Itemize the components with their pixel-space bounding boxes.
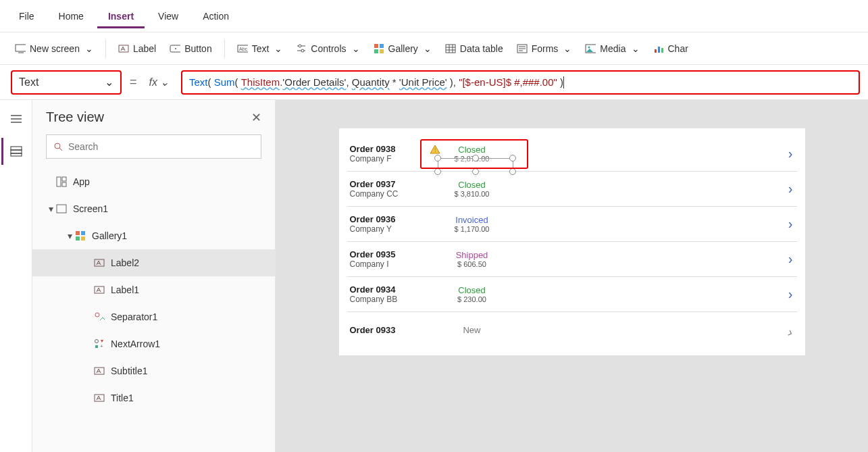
order-status: Closed <box>428 285 516 295</box>
media-button[interactable]: Media ⌄ <box>578 39 646 58</box>
tree-header: Tree view ✕ <box>32 100 275 134</box>
svg-point-8 <box>299 45 301 47</box>
app-icon <box>55 176 68 188</box>
label-icon <box>93 257 105 269</box>
svg-rect-28 <box>661 48 663 53</box>
svg-point-10 <box>301 49 304 52</box>
tab-view[interactable]: View <box>147 4 189 28</box>
svg-rect-49 <box>95 345 98 348</box>
label-button[interactable]: Label <box>111 39 163 58</box>
svg-point-48 <box>95 340 99 343</box>
gallery-row[interactable]: Order 0938Company FClosed$ 2,870.00!› <box>347 136 797 172</box>
svg-point-25 <box>588 46 590 48</box>
toolbar: New screen ⌄ Label Button Abc Text ⌄ Con… <box>0 32 868 65</box>
fx-dropdown[interactable]: fx ⌄ <box>145 73 173 91</box>
property-value: Text <box>19 76 39 89</box>
canvas[interactable]: Order 0938Company FClosed$ 2,870.00!›Ord… <box>276 100 868 452</box>
svg-rect-34 <box>11 153 22 156</box>
left-rail <box>0 100 32 452</box>
svg-rect-13 <box>374 49 378 53</box>
next-arrow-icon[interactable]: › <box>768 318 798 341</box>
property-dropdown[interactable]: Text ⌄ <box>11 70 122 95</box>
table-icon <box>445 43 456 54</box>
forms-icon <box>517 43 528 54</box>
next-arrow-icon[interactable]: › <box>770 216 797 232</box>
charts-label: Char <box>668 43 688 54</box>
chevron-down-icon: ⌄ <box>424 43 432 54</box>
tab-file[interactable]: File <box>8 4 45 28</box>
tree-node-title1[interactable]: Title1 <box>32 384 275 411</box>
svg-line-36 <box>59 148 62 151</box>
svg-rect-14 <box>380 49 384 53</box>
tree-node-label: Subtitle1 <box>111 366 147 376</box>
chevron-down-icon: ⌄ <box>160 76 169 89</box>
screen-icon <box>55 203 68 215</box>
separator <box>105 39 106 58</box>
order-title: Order 0937 <box>350 179 428 189</box>
new-screen-button[interactable]: New screen ⌄ <box>8 39 100 58</box>
tree-node-screen1[interactable]: ▾Screen1 <box>32 195 275 222</box>
svg-rect-0 <box>16 45 26 51</box>
next-arrow-icon[interactable]: › <box>770 286 797 302</box>
label-icon <box>118 43 129 54</box>
button-label: Button <box>184 43 211 54</box>
svg-rect-33 <box>11 150 22 153</box>
tree-node-nextarrow1[interactable]: +NextArrow1 <box>32 330 275 357</box>
chevron-down-icon: ⌄ <box>274 43 282 54</box>
text-button[interactable]: Abc Text ⌄ <box>230 39 290 58</box>
controls-button[interactable]: Controls ⌄ <box>289 39 366 58</box>
order-title: Order 0933 <box>350 325 428 335</box>
formula-input[interactable]: Text( Sum( ThisItem.'Order Details', Qua… <box>181 70 860 95</box>
tree-node-gallery1[interactable]: ▾Gallery1 <box>32 222 275 249</box>
gallery-row[interactable]: Order 0934Company BBClosed$ 230.00› <box>347 277 797 312</box>
search-box[interactable] <box>46 134 261 159</box>
next-arrow-icon[interactable]: › <box>770 146 797 161</box>
data-table-button[interactable]: Data table <box>438 39 510 58</box>
search-input[interactable] <box>68 141 254 152</box>
svg-rect-27 <box>658 47 660 53</box>
label-label: Label <box>133 43 156 54</box>
next-arrow-icon[interactable]: › <box>770 251 797 267</box>
media-label: Media <box>600 43 626 54</box>
gallery-button[interactable]: Gallery ⌄ <box>367 39 438 58</box>
hamburger-button[interactable] <box>3 105 30 132</box>
tree: App▾Screen1▾Gallery1Label2Label1Separato… <box>32 166 275 414</box>
tree-panel: Tree view ✕ App▾Screen1▾Gallery1Label2La… <box>32 100 276 452</box>
forms-button[interactable]: Forms ⌄ <box>510 39 579 58</box>
tab-action[interactable]: Action <box>192 4 240 28</box>
tree-node-label: Screen1 <box>73 203 108 214</box>
separator-icon <box>93 311 105 323</box>
menubar: File Home Insert View Action <box>0 0 868 32</box>
gallery-row[interactable]: Order 0936Company YInvoiced$ 1,170.00› <box>347 207 797 242</box>
svg-text:Abc: Abc <box>239 47 248 51</box>
svg-rect-39 <box>62 182 66 186</box>
tree-node-label: Title1 <box>111 393 134 403</box>
button-button[interactable]: Button <box>163 39 218 58</box>
tree-node-label: NextArrow1 <box>111 338 160 349</box>
gallery-label: Gallery <box>388 43 418 54</box>
gallery-row[interactable]: Order 0937Company CCClosed$ 3,810.00› <box>347 172 797 207</box>
tab-insert[interactable]: Insert <box>97 4 145 28</box>
gallery-row[interactable]: Order 0933New› <box>347 312 797 347</box>
tree-node-subtitle1[interactable]: Subtitle1 <box>32 357 275 384</box>
tree-node-separator1[interactable]: Separator1 <box>32 303 275 330</box>
svg-rect-12 <box>380 44 384 48</box>
svg-rect-44 <box>81 236 85 241</box>
gallery-row[interactable]: Order 0935Company IShipped$ 606.50› <box>347 242 797 277</box>
chevron-down-icon: ⌄ <box>632 43 640 54</box>
tree-node-label1[interactable]: Label1 <box>32 276 275 303</box>
next-arrow-icon[interactable]: › <box>770 181 797 197</box>
warning-icon: ! <box>430 145 440 154</box>
tree-node-app[interactable]: App <box>32 168 275 195</box>
charts-button[interactable]: Char <box>646 39 695 58</box>
tree-node-label2[interactable]: Label2 <box>32 249 275 276</box>
close-icon[interactable]: ✕ <box>251 110 261 125</box>
data-table-label: Data table <box>460 43 503 54</box>
chevron-down-icon: ⌄ <box>85 43 93 54</box>
order-amount: $ 230.00 <box>428 295 516 303</box>
label-icon <box>93 392 105 404</box>
svg-rect-32 <box>11 147 22 150</box>
tree-view-button[interactable] <box>1 138 28 165</box>
media-icon <box>585 43 596 54</box>
tab-home[interactable]: Home <box>48 4 95 28</box>
